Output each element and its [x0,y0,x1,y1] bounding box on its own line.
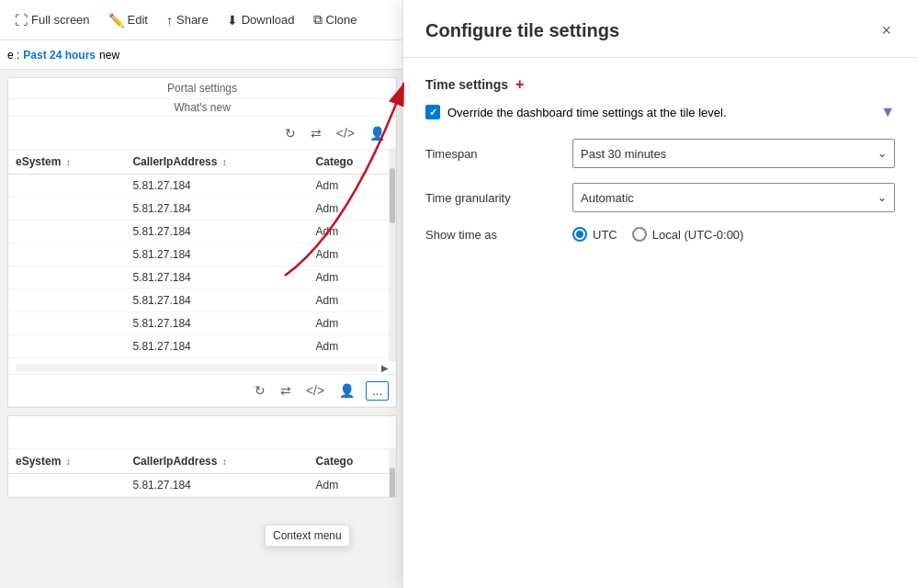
override-row: Override the dashboard time settings at … [425,104,895,120]
right-panel: Configure tile settings × Time settings … [402,0,917,588]
tile-2-header [8,416,396,449]
table-row: 5.81.27.184 Adm [8,474,396,497]
local-radio-option[interactable]: Local (UTC-0:00) [632,227,744,242]
close-button[interactable]: × [877,18,895,42]
share-icon: ↑ [166,13,173,28]
tile-1-footer-actions: ↻ ⇄ </> 👤 ... [251,381,389,401]
col2-category: Catego [309,449,396,474]
override-checkbox[interactable] [425,105,440,119]
col2-callerip: CallerIpAddress ↕ [125,449,308,474]
timespan-dropdown[interactable]: Past 30 minutes ⌄ [572,139,895,168]
panel-title: Configure tile settings [425,20,619,41]
col2-esystem: eSystem ↕ [8,449,125,474]
scrollbar-h-row: ▶ [8,361,396,374]
timespan-label: Timespan [425,147,572,161]
timespan-row: Timespan Past 30 minutes ⌄ [425,139,895,168]
tile-1-actions: ↻ ⇄ </> 👤 [281,124,389,142]
tile-2-table: eSystem ↕ CallerIpAddress ↕ Catego 5.81.… [8,449,396,497]
timespan-value: Past 30 minutes [581,147,666,161]
add-icon: + [515,76,524,93]
fullscreen-icon: ⛶ [15,13,28,28]
tile-1-table: eSystem ↕ CallerIpAddress ↕ Catego 5.81.… [8,150,396,361]
toolbar: ⛶ Full screen ✏️ Edit ↑ Share ⬇ Download… [0,0,404,40]
table-row: 5.81.27.184Adm [8,266,396,289]
tile-2-table-container: eSystem ↕ CallerIpAddress ↕ Catego 5.81.… [8,449,396,497]
share-button[interactable]: ↑ Share [159,9,216,31]
table-row: 5.81.27.184Adm [8,289,396,312]
table-row: 5.81.27.184Adm [8,243,396,266]
scroll-right-arrow[interactable]: ▶ [381,363,389,373]
refresh-button-2[interactable]: ↻ [251,381,269,400]
tile-1-footer: ↻ ⇄ </> 👤 ... [8,374,396,407]
time-granularity-value: Automatic [581,191,634,205]
table-row: 5.81.27.184Adm [8,312,396,335]
tiles-area: Portal settings What's new ↻ ⇄ </> 👤 [0,70,404,505]
whats-new-label: What's new [8,99,396,117]
col-category: Catego [309,150,396,175]
left-panel: ⛶ Full screen ✏️ Edit ↑ Share ⬇ Download… [0,0,404,588]
tile-1-header: ↻ ⇄ </> 👤 [8,117,396,150]
code-button-2[interactable]: </> [302,381,328,400]
utc-radio-label: UTC [593,228,617,242]
panel-header: Configure tile settings × [403,0,917,58]
utc-radio-option[interactable]: UTC [572,227,617,242]
panel-body: Time settings + Override the dashboard t… [403,58,917,275]
scrollbar-vertical-1[interactable] [389,150,396,361]
filter-icon: ▼ [880,104,895,120]
code-button[interactable]: </> [333,124,358,142]
table-row: 5.81.27.184Adm [8,335,396,358]
col-callerip: CallerIpAddress ↕ [125,150,308,175]
timespan-chevron: ⌄ [877,147,887,160]
user-button-2[interactable]: 👤 [335,381,358,400]
time-value[interactable]: Past 24 hours [23,49,96,62]
show-time-row: Show time as UTC Local (UTC-0:00) [425,227,895,242]
clone-icon: ⧉ [313,12,323,28]
time-prefix: e : [7,49,19,62]
refresh-button[interactable]: ↻ [281,124,300,142]
time-granularity-label: Time granularity [425,191,572,205]
edit-icon: ✏️ [108,13,124,28]
radio-group: UTC Local (UTC-0:00) [572,227,743,242]
table-row: 5.81.27.184Adm [8,220,396,243]
context-menu-button[interactable]: ... [366,381,389,401]
tile-1-table-container: eSystem ↕ CallerIpAddress ↕ Catego 5.81.… [8,150,396,361]
clone-button[interactable]: ⧉ Clone [306,8,365,31]
tile-2: eSystem ↕ CallerIpAddress ↕ Catego 5.81.… [7,415,397,498]
scrollbar-horizontal-1[interactable] [16,364,378,371]
time-suffix: new [99,49,119,62]
fullscreen-button[interactable]: ⛶ Full screen [7,9,97,31]
pin-button-2[interactable]: ⇄ [277,381,295,400]
download-icon: ⬇ [227,13,238,28]
edit-button[interactable]: ✏️ Edit [101,9,155,31]
portal-settings-label: Portal settings [8,78,396,99]
show-time-label: Show time as [425,228,572,242]
context-menu-tooltip: Context menu [265,525,350,547]
table-row: 5.81.27.184Adm [8,175,396,198]
scrollbar-vertical-2[interactable] [389,449,396,497]
table-row: 5.81.27.184Adm [8,358,396,362]
time-granularity-chevron: ⌄ [877,191,887,204]
pin-button[interactable]: ⇄ [307,124,325,142]
user-button[interactable]: 👤 [366,124,389,142]
time-granularity-row: Time granularity Automatic ⌄ [425,183,895,212]
section-title: Time settings + [425,76,895,93]
override-text: Override the dashboard time settings at … [447,106,727,119]
local-radio-label: Local (UTC-0:00) [652,228,744,242]
download-button[interactable]: ⬇ Download [220,9,302,31]
time-granularity-dropdown[interactable]: Automatic ⌄ [572,183,895,212]
tile-1: Portal settings What's new ↻ ⇄ </> 👤 [7,77,397,408]
local-radio-outer [632,227,647,242]
table-row: 5.81.27.184Adm [8,198,396,220]
time-filter-bar: e : Past 24 hours new [0,40,404,70]
utc-radio-inner [576,231,583,238]
utc-radio-outer [572,227,587,242]
col-esystem: eSystem ↕ [8,150,125,175]
